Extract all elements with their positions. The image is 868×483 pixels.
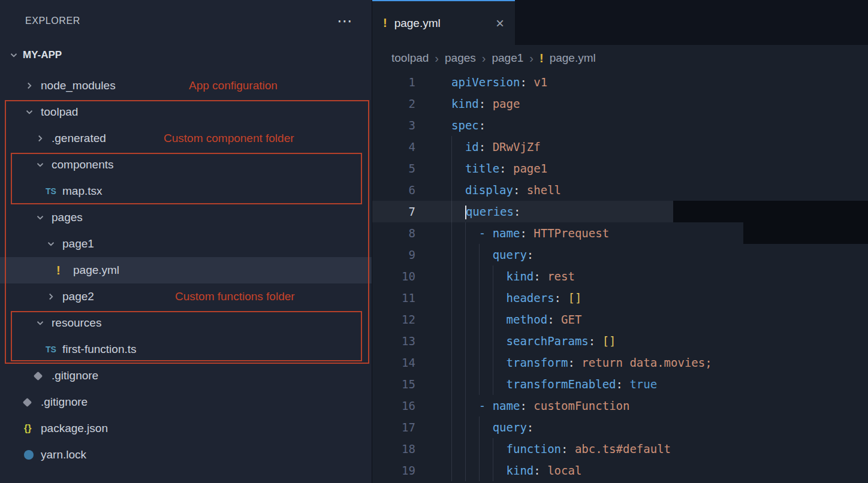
code-token: kind <box>451 97 479 110</box>
indent-guide <box>465 265 479 287</box>
tree-item-first-function.ts[interactable]: TSfirst-function.ts <box>0 336 372 363</box>
braces-icon: {} <box>24 423 41 434</box>
code-line-13[interactable]: 13searchParams: [] <box>372 330 868 352</box>
code-token: rest <box>547 270 575 283</box>
code-token: - <box>479 399 493 412</box>
line-number: 18 <box>372 438 427 460</box>
chevron-down-icon[interactable] <box>24 107 41 117</box>
git-icon <box>24 399 41 406</box>
tree-item-.generated[interactable]: .generatedCustom component folder <box>0 125 372 152</box>
code-token: true <box>629 378 657 391</box>
more-actions-icon[interactable]: ⋯ <box>337 18 352 24</box>
tree-item-node_modules[interactable]: node_modulesApp configuration <box>0 73 372 99</box>
code-token: id <box>465 140 479 153</box>
code-token: title <box>465 162 499 175</box>
chevron-right-icon[interactable] <box>35 133 52 144</box>
indent-guide <box>465 438 479 460</box>
code-token: : <box>534 464 547 477</box>
indent-guide <box>465 222 479 244</box>
close-icon[interactable]: × <box>496 15 504 32</box>
code-token: : <box>479 97 493 110</box>
breadcrumb-item-page-yml[interactable]: page.yml <box>550 52 596 65</box>
code-token: : <box>514 205 520 218</box>
ts-icon: TS <box>46 186 62 196</box>
chevron-right-icon[interactable] <box>46 291 62 302</box>
tree-item-page2[interactable]: page2Custom functions folder <box>0 283 372 310</box>
breadcrumb-item-toolpad[interactable]: toolpad <box>391 52 429 65</box>
code-line-9[interactable]: 9query: <box>372 244 868 265</box>
chevron-down-icon[interactable] <box>35 318 52 328</box>
tree-item-resources[interactable]: resources <box>0 310 372 336</box>
code-token: : <box>513 183 527 197</box>
code-token: transform <box>507 356 568 369</box>
breadcrumb-item-page1[interactable]: page1 <box>492 52 523 65</box>
code-line-16[interactable]: 16- name: customFunction <box>372 395 868 416</box>
code-token: query <box>493 248 527 261</box>
code-token: : <box>520 227 534 240</box>
tree-item-page.yml[interactable]: !page.yml <box>0 257 372 283</box>
breadcrumb-separator-icon: › <box>529 52 534 65</box>
indent-guide <box>465 309 479 330</box>
code-line-4[interactable]: 4id: DRwVjZf <box>372 136 868 158</box>
indent-guide <box>493 330 507 352</box>
tree-item-label: resources <box>52 316 101 330</box>
code-token: : <box>520 76 534 89</box>
chevron-right-icon[interactable] <box>24 80 41 91</box>
code-line-6[interactable]: 6display: shell <box>372 179 868 201</box>
tree-item-label: toolpad <box>41 105 78 119</box>
code-token: function <box>507 442 562 455</box>
code-line-2[interactable]: 2kind: page <box>372 93 868 114</box>
code-line-17[interactable]: 17query: <box>372 416 868 438</box>
line-number: 12 <box>372 309 427 330</box>
tree-item-label: .gitignore <box>41 396 88 409</box>
code-line-19[interactable]: 19kind: local <box>372 460 868 481</box>
tree-item-components[interactable]: components <box>0 152 372 178</box>
warning-icon: ! <box>383 16 387 30</box>
code-token: searchParams <box>507 334 589 348</box>
tree-item-.gitignore[interactable]: .gitignore <box>0 363 372 389</box>
tab-page-yml[interactable]: ! page.yml × <box>372 0 515 45</box>
code-token: : <box>479 140 493 153</box>
code-token: apiVersion <box>451 76 520 89</box>
tree-item-yarn.lock[interactable]: yarn.lock <box>0 442 372 468</box>
code-line-3[interactable]: 3spec: <box>372 114 868 136</box>
breadcrumb-item-pages[interactable]: pages <box>445 52 476 65</box>
code-token: name <box>493 399 520 412</box>
chevron-down-icon[interactable] <box>35 212 52 223</box>
code-line-12[interactable]: 12method: GET <box>372 309 868 330</box>
code-line-5[interactable]: 5title: page1 <box>372 158 868 179</box>
code-line-14[interactable]: 14transform: return data.movies; <box>372 352 868 373</box>
code-token: name <box>493 227 520 240</box>
tree-item-package.json[interactable]: {}package.json <box>0 415 372 442</box>
indent-guide <box>451 179 465 201</box>
tab-bar: ! page.yml × <box>372 0 868 45</box>
indent-guide <box>479 373 493 395</box>
line-number: 17 <box>372 416 427 438</box>
code-token: : <box>534 270 547 283</box>
indent-guide <box>479 438 493 460</box>
tree-item-map.tsx[interactable]: TSmap.tsx <box>0 178 372 204</box>
code-line-11[interactable]: 11headers: [] <box>372 287 868 309</box>
chevron-down-icon[interactable] <box>35 159 52 170</box>
code-line-18[interactable]: 18function: abc.ts#default <box>372 438 868 460</box>
indent-guide <box>451 222 465 244</box>
root-folder-my-app[interactable]: MY-APP <box>0 42 372 68</box>
code-token: v1 <box>534 76 547 89</box>
code-line-1[interactable]: 1apiVersion: v1 <box>372 71 868 93</box>
yarn-icon <box>24 450 41 460</box>
code-line-15[interactable]: 15transformEnabled: true <box>372 373 868 395</box>
indent-guide <box>451 330 465 352</box>
code-line-10[interactable]: 10kind: rest <box>372 265 868 287</box>
line-number: 3 <box>372 114 427 136</box>
code-token: customFunction <box>534 399 629 412</box>
tree-item-.gitignore[interactable]: .gitignore <box>0 389 372 415</box>
code-token: local <box>547 464 581 477</box>
chevron-down-icon[interactable] <box>46 239 62 249</box>
tree-item-pages[interactable]: pages <box>0 204 372 231</box>
tree-item-page1[interactable]: page1 <box>0 231 372 257</box>
indent-guide <box>493 265 507 287</box>
tree-item-toolpad[interactable]: toolpad <box>0 99 372 125</box>
code-area[interactable]: 1apiVersion: v12kind: page3spec:4id: DRw… <box>372 71 868 483</box>
code-token: : <box>479 119 486 132</box>
code-token: method <box>507 313 548 326</box>
